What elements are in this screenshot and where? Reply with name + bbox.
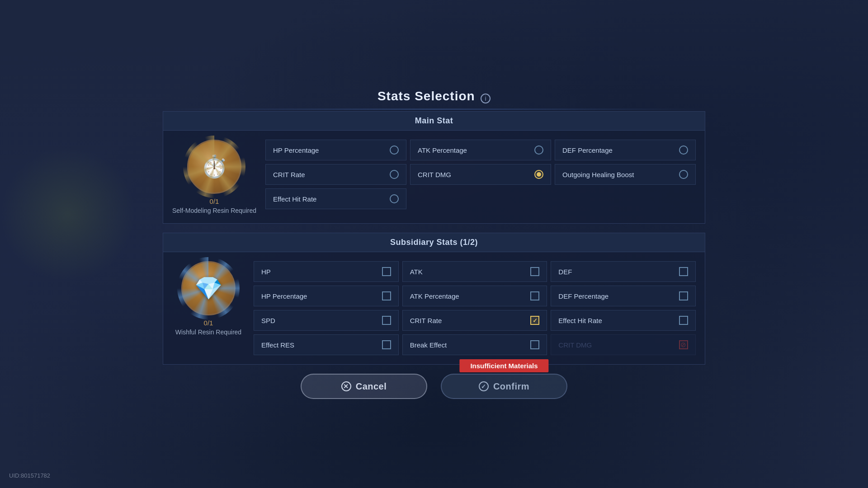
main-stat-crit-dmg-radio: [534, 170, 543, 179]
sub-stat-spd[interactable]: SPD: [254, 310, 399, 331]
sub-stat-def-pct-check: [679, 291, 688, 300]
confirm-label: Confirm: [493, 381, 529, 392]
main-container: Stats Selection i Main Stat ⏱️ 0/1 Self-…: [163, 89, 705, 399]
main-stat-effect-hit[interactable]: Effect Hit Rate: [265, 188, 406, 209]
main-stat-def-pct-label: DEF Percentage: [562, 146, 613, 154]
main-stat-panel: Main Stat ⏱️ 0/1 Self-Modeling Resin Req…: [163, 111, 705, 224]
confirm-icon: ✓: [479, 381, 489, 391]
sub-stat-panel: Subsidiary Stats (1/2) 💎 0/1 Wishful Res…: [163, 233, 705, 365]
main-stat-empty-1: [410, 188, 551, 209]
main-stat-crit-rate-radio: [390, 170, 399, 179]
main-stat-atk-pct-label: ATK Percentage: [418, 146, 467, 154]
main-stat-effect-hit-label: Effect Hit Rate: [273, 195, 316, 203]
sub-stat-hp-pct-check: [382, 291, 391, 300]
main-stat-atk-pct[interactable]: ATK Percentage: [410, 140, 551, 160]
sub-stat-atk-label: ATK: [410, 268, 423, 276]
sub-stat-effect-hit-rate[interactable]: Effect Hit Rate: [551, 310, 696, 331]
sub-stat-hp-check: [382, 267, 391, 276]
uid-text: UID:801571782: [9, 472, 50, 479]
sub-stat-crit-dmg-label: CRIT DMG: [558, 341, 592, 349]
title-divider: [163, 109, 705, 109]
main-stat-hp-pct-label: HP Percentage: [273, 146, 319, 154]
info-icon[interactable]: i: [481, 94, 491, 103]
main-stat-crit-dmg[interactable]: CRIT DMG: [410, 164, 551, 185]
main-stat-def-pct-radio: [679, 145, 688, 155]
main-stat-crit-dmg-label: CRIT DMG: [418, 171, 451, 178]
main-stat-atk-pct-radio: [534, 145, 543, 155]
sub-stat-atk-pct-check: [530, 291, 539, 300]
main-stat-outgoing-heal[interactable]: Outgoing Healing Boost: [555, 164, 696, 185]
sub-stat-break-effect-label: Break Effect: [410, 341, 447, 349]
sub-stat-effect-res-label: Effect RES: [261, 341, 294, 349]
page-title: Stats Selection: [377, 89, 475, 103]
sub-stat-effect-res-check: [382, 340, 391, 349]
wishful-label: Wishful Resin Required: [175, 328, 241, 336]
self-modeling-label: Self-Modeling Resin Required: [172, 207, 256, 214]
sub-stat-atk-pct[interactable]: ATK Percentage: [402, 286, 547, 306]
sub-stat-crit-dmg: CRIT DMG: [551, 334, 696, 355]
sub-stat-spd-label: SPD: [261, 317, 275, 324]
crystal-icon: 💎: [194, 275, 222, 301]
sub-stat-break-effect[interactable]: Break Effect: [402, 334, 547, 355]
sub-stat-hp-pct[interactable]: HP Percentage: [254, 286, 399, 306]
sub-stat-crit-rate[interactable]: CRIT Rate: [402, 310, 547, 331]
sub-stat-atk[interactable]: ATK: [402, 261, 547, 282]
sub-stat-def-pct-label: DEF Percentage: [558, 292, 609, 300]
main-stat-def-pct[interactable]: DEF Percentage: [555, 140, 696, 160]
main-stat-outgoing-heal-label: Outgoing Healing Boost: [562, 171, 634, 178]
main-stat-content: ⏱️ 0/1 Self-Modeling Resin Required HP P…: [163, 131, 705, 223]
sub-stat-def-pct[interactable]: DEF Percentage: [551, 286, 696, 306]
sub-stat-crit-rate-label: CRIT Rate: [410, 317, 442, 324]
main-stat-effect-hit-radio: [390, 194, 399, 203]
sub-stat-effect-hit-rate-check: [679, 316, 688, 325]
sub-stat-item-container: 💎 0/1 Wishful Resin Required: [172, 261, 245, 336]
sub-stat-crit-rate-check: [530, 316, 539, 325]
cancel-button[interactable]: ✕ Cancel: [301, 374, 427, 399]
clock-icon: ⏱️: [201, 154, 228, 179]
sub-stat-def[interactable]: DEF: [551, 261, 696, 282]
confirm-button[interactable]: ✓ Confirm: [441, 374, 567, 399]
sub-stat-content: 💎 0/1 Wishful Resin Required HP ATK DEF: [163, 252, 705, 364]
sub-stat-crit-dmg-check: [679, 340, 688, 349]
insufficient-badge: Insufficient Materials: [459, 359, 548, 372]
main-stat-item-container: ⏱️ 0/1 Self-Modeling Resin Required: [172, 140, 256, 214]
bg-glow-left: [0, 146, 136, 282]
button-row: ✕ Cancel Insufficient Materials ✓ Confir…: [163, 374, 705, 399]
sub-stat-break-effect-check: [530, 340, 539, 349]
sub-stat-header: Subsidiary Stats (1/2): [163, 233, 705, 252]
sub-stat-def-label: DEF: [558, 268, 572, 276]
sub-stat-spd-check: [382, 316, 391, 325]
cancel-icon: ✕: [341, 381, 351, 391]
sub-stat-hp[interactable]: HP: [254, 261, 399, 282]
wishful-counter: 0/1: [204, 319, 213, 327]
main-stat-empty-2: [555, 188, 696, 209]
main-stat-outgoing-heal-radio: [679, 170, 688, 179]
main-stat-crit-rate-label: CRIT Rate: [273, 171, 305, 178]
sub-stat-effect-hit-rate-label: Effect Hit Rate: [558, 317, 602, 324]
sub-stat-grid: HP ATK DEF HP Percentage ATK Perce: [254, 261, 696, 355]
sub-stat-atk-check: [530, 267, 539, 276]
main-stat-grid: HP Percentage ATK Percentage DEF Percent…: [265, 140, 696, 209]
sub-stat-hp-label: HP: [261, 268, 271, 276]
main-stat-hp-pct-radio: [390, 145, 399, 155]
confirm-container: Insufficient Materials ✓ Confirm: [441, 374, 567, 399]
main-stat-hp-pct[interactable]: HP Percentage: [265, 140, 406, 160]
main-stat-crit-rate[interactable]: CRIT Rate: [265, 164, 406, 185]
sub-stat-atk-pct-label: ATK Percentage: [410, 292, 459, 300]
sub-stat-def-check: [679, 267, 688, 276]
sub-stat-effect-res[interactable]: Effect RES: [254, 334, 399, 355]
self-modeling-resin-icon: ⏱️: [187, 140, 241, 194]
wishful-resin-icon: 💎: [181, 261, 236, 315]
sub-stat-hp-pct-label: HP Percentage: [261, 292, 307, 300]
self-modeling-counter: 0/1: [210, 197, 219, 205]
cancel-label: Cancel: [356, 381, 387, 392]
main-stat-header: Main Stat: [163, 112, 705, 131]
